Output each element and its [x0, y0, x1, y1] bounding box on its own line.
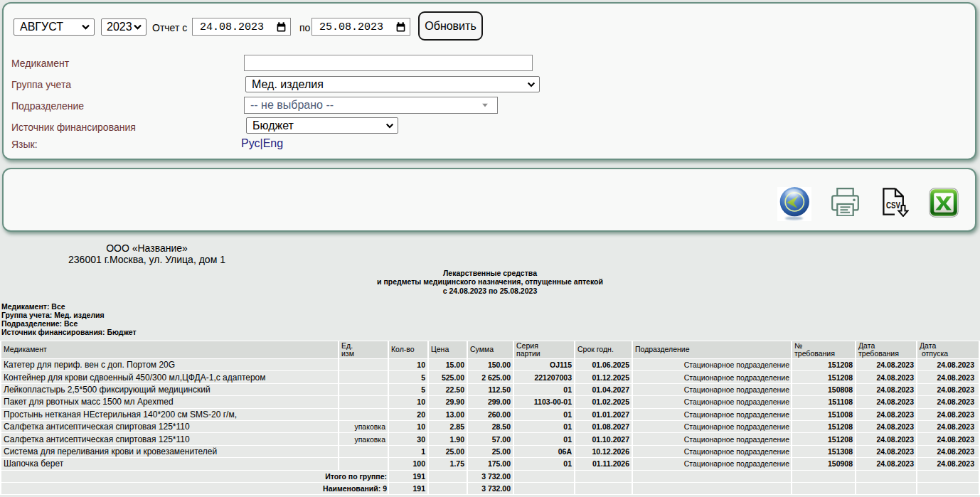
svg-text:CSV: CSV [886, 200, 900, 210]
